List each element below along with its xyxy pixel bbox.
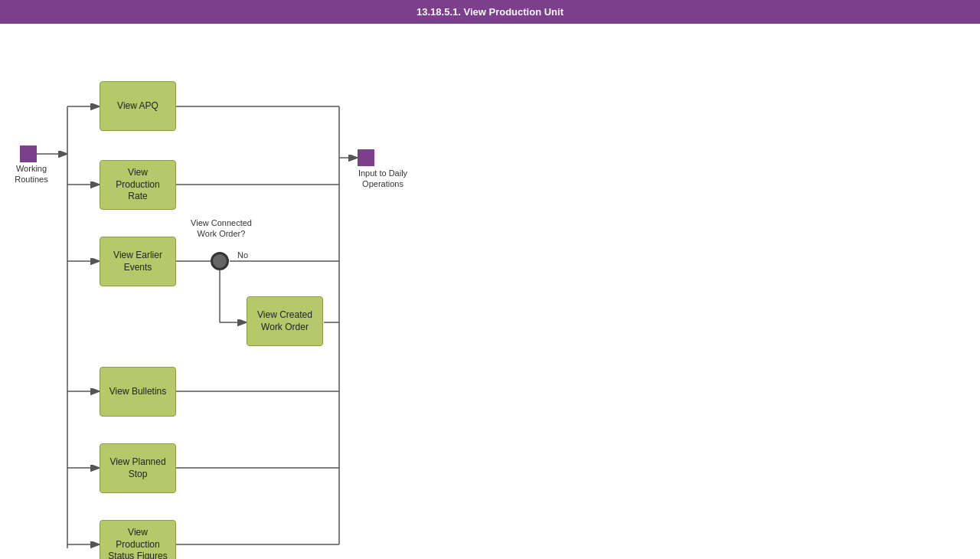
diagram-area: Working Routines View APQ View Productio… [0, 24, 980, 559]
working-routines-start-node [20, 145, 37, 162]
view-planned-stop-node[interactable]: View Planned Stop [100, 443, 176, 493]
view-production-rate-node[interactable]: View Production Rate [100, 160, 176, 210]
input-to-daily-operations-label: Input to Daily Operations [348, 168, 417, 190]
view-apq-node[interactable]: View APQ [100, 81, 176, 131]
view-connected-work-order-label: View Connected Work Order? [191, 217, 252, 240]
gateway-circle-node [211, 252, 229, 270]
input-to-daily-operations-node [358, 149, 374, 166]
title-text: 13.18.5.1. View Production Unit [416, 6, 564, 18]
no-label: No [237, 250, 248, 260]
working-routines-label: Working Routines [5, 163, 58, 185]
view-earlier-events-node[interactable]: View Earlier Events [100, 237, 176, 286]
title-bar: 13.18.5.1. View Production Unit [0, 0, 980, 24]
view-created-work-order-node[interactable]: View Created Work Order [247, 296, 323, 346]
view-production-status-figures-node[interactable]: View Production Status Figures [100, 520, 176, 559]
view-bulletins-node[interactable]: View Bulletins [100, 367, 176, 417]
